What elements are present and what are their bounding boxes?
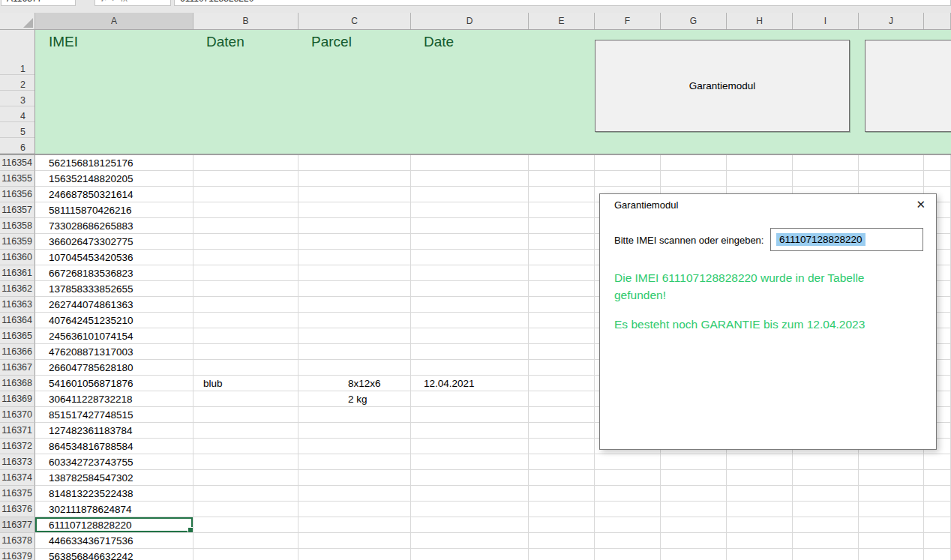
cell-A116374[interactable]: 138782584547302 [35,470,194,486]
cell-B116373[interactable] [194,454,298,470]
cell-F116354[interactable] [595,155,661,171]
cell-D116354[interactable] [411,155,529,171]
row-header-116365[interactable]: 116365 [0,328,35,344]
cell-D116376[interactable] [411,502,529,517]
cell-D116371[interactable] [411,423,529,439]
cell-B116368[interactable]: blub [194,376,298,391]
cell-C116357[interactable] [298,202,411,218]
cell-E116358[interactable] [529,218,595,234]
cell-D116359[interactable] [411,234,529,250]
cell-D116365[interactable] [411,328,529,344]
cell-C116378[interactable] [298,533,411,549]
cell-B116364[interactable] [194,313,298,328]
cell-I116373[interactable] [793,454,859,470]
cell-F116376[interactable] [595,502,661,517]
cell-D116378[interactable] [411,533,529,549]
row-header-116376[interactable]: 116376 [0,502,35,517]
row-header-116359[interactable]: 116359 [0,234,35,250]
cell-H116379[interactable] [727,549,793,560]
row-header-116375[interactable]: 116375 [0,486,35,502]
cell-B116375[interactable] [194,486,298,502]
close-icon[interactable]: ✕ [916,194,926,215]
cell-C116362[interactable] [298,281,411,297]
cell-E116363[interactable] [529,297,595,313]
cell-K116377[interactable] [924,517,951,533]
col-header-D[interactable]: D [411,13,529,29]
cell-B116366[interactable] [194,344,298,360]
cell-K116376[interactable] [924,502,951,517]
cell-F116373[interactable] [595,454,661,470]
row-header-116368[interactable]: 116368 [0,376,35,391]
fx-toolbar[interactable]: ✗ ✓ fx [94,0,171,6]
cell-C116359[interactable] [298,234,411,250]
cell-D116366[interactable] [411,344,529,360]
cell-G116374[interactable] [661,470,727,486]
cell-C116377[interactable] [298,517,411,533]
cell-C116363[interactable] [298,297,411,313]
cell-J116354[interactable] [859,155,924,171]
cell-A116372[interactable]: 864534816788584 [35,439,194,454]
cell-E116371[interactable] [529,423,595,439]
row-header-116361[interactable]: 116361 [0,265,35,281]
cell-E116373[interactable] [529,454,595,470]
cell-B116358[interactable] [194,218,298,234]
cell-B116371[interactable] [194,423,298,439]
garantiemodul-button[interactable]: Garantiemodul [595,40,850,132]
imei-input[interactable]: 611107128828220 [770,228,923,251]
cell-B116378[interactable] [194,533,298,549]
cell-E116370[interactable] [529,407,595,423]
row-header-116367[interactable]: 116367 [0,360,35,376]
cell-I116375[interactable] [793,486,859,502]
row-header-3[interactable]: 3 [0,91,34,106]
cell-J116378[interactable] [859,533,924,549]
col-header-E[interactable]: E [529,13,595,29]
cell-A116370[interactable]: 851517427748515 [35,407,194,423]
row-header-116358[interactable]: 116358 [0,218,35,234]
cell-C116368[interactable]: 8x12x6 [298,376,411,391]
cell-E116372[interactable] [529,439,595,454]
cell-E116361[interactable] [529,265,595,281]
cell-I116377[interactable] [793,517,859,533]
row-header-116379[interactable]: 116379 [0,549,35,560]
cell-B116369[interactable] [194,391,298,407]
cell-E116369[interactable] [529,391,595,407]
cell-G116377[interactable] [661,517,727,533]
row-header-116363[interactable]: 116363 [0,297,35,313]
cell-C116366[interactable] [298,344,411,360]
cell-C116356[interactable] [298,187,411,202]
col-header-A[interactable]: A [35,13,194,29]
row-header-5[interactable]: 5 [0,122,34,138]
green-header-area[interactable]: IMEI Daten Parcel Date Garantiemodul [35,30,951,154]
cell-A116361[interactable]: 667268183536823 [35,265,194,281]
cell-A116363[interactable]: 262744074861363 [35,297,194,313]
row-header-6[interactable]: 6 [0,138,34,154]
row-header-116356[interactable]: 116356 [0,187,35,202]
cell-C116374[interactable] [298,470,411,486]
cell-G116375[interactable] [661,486,727,502]
cell-B116365[interactable] [194,328,298,344]
cell-E116367[interactable] [529,360,595,376]
cell-I116379[interactable] [793,549,859,560]
cell-G116378[interactable] [661,533,727,549]
cell-D116367[interactable] [411,360,529,376]
cell-G116354[interactable] [661,155,727,171]
cell-J116375[interactable] [859,486,924,502]
cell-D116363[interactable] [411,297,529,313]
cell-B116354[interactable] [194,155,298,171]
cell-J116377[interactable] [859,517,924,533]
cell-F116374[interactable] [595,470,661,486]
cell-A116376[interactable]: 302111878624874 [35,502,194,517]
cell-H116376[interactable] [727,502,793,517]
cell-A116373[interactable]: 603342723743755 [35,454,194,470]
cell-C116376[interactable] [298,502,411,517]
cell-E116362[interactable] [529,281,595,297]
cell-A116371[interactable]: 127482361183784 [35,423,194,439]
cell-G116373[interactable] [661,454,727,470]
cell-D116370[interactable] [411,407,529,423]
cell-A116357[interactable]: 581115870426216 [35,202,194,218]
row-header-116370[interactable]: 116370 [0,407,35,423]
cell-D116364[interactable] [411,313,529,328]
col-header-B[interactable]: B [194,13,298,29]
cell-I116378[interactable] [793,533,859,549]
cell-B116372[interactable] [194,439,298,454]
